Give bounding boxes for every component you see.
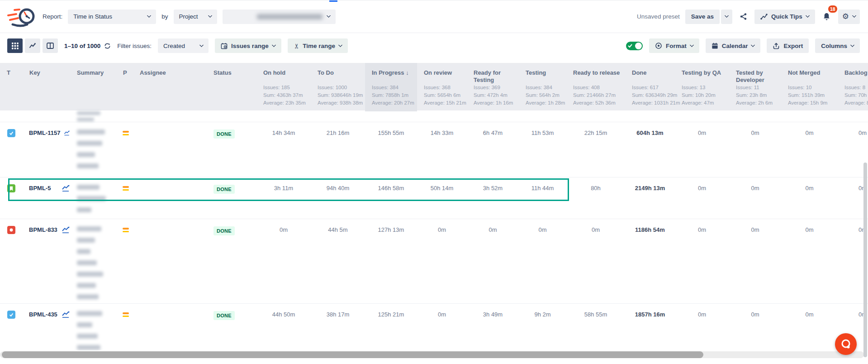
group-by-select[interactable]: Project <box>174 10 217 24</box>
calendar-label: Calendar <box>722 43 748 49</box>
scissors-icon: ✂ <box>293 43 299 49</box>
value-in-progress: 127h 13m <box>365 219 417 303</box>
table-row[interactable]: BPML-833 <box>0 219 868 304</box>
issue-chart-icon[interactable] <box>62 185 71 192</box>
column-header-to-do[interactable]: To Do Issues: 1000Sum: 938646h 19mAverag… <box>311 63 365 111</box>
issue-key[interactable]: BPML-833 <box>29 226 57 233</box>
summary-redacted-line <box>77 118 94 121</box>
value-testing: 11h 53m <box>519 122 566 177</box>
issue-type-cell <box>0 219 23 303</box>
summary-redacted-line <box>77 129 105 134</box>
bug-icon <box>7 226 15 234</box>
column-header-key[interactable]: Key <box>23 63 73 111</box>
gear-icon: ⚙ <box>842 13 849 20</box>
report-select[interactable]: Time in Status <box>68 10 156 24</box>
grid-view-button[interactable] <box>7 38 23 53</box>
column-header-assignee[interactable]: Assignee <box>135 63 207 111</box>
value-tested-by-developer: 0m <box>729 177 781 219</box>
chevron-down-icon <box>199 43 204 47</box>
column-header-summary[interactable]: Summary <box>73 63 116 111</box>
horizontal-scrollbar-track[interactable] <box>0 351 864 358</box>
issue-type-cell <box>0 122 23 177</box>
save-as-button[interactable]: Save as <box>685 10 720 24</box>
column-header-backlog[interactable]: Backlog Issues: 8Sum: 70h 4Average: 8 <box>838 63 868 111</box>
horizontal-scrollbar-thumb[interactable] <box>2 351 703 358</box>
value-ready-for-testing: 3h 52m <box>467 177 519 219</box>
value-not-merged: 0m <box>781 122 838 177</box>
bell-icon <box>822 12 831 21</box>
column-header-testing[interactable]: Testing Issues: 384Sum: 564h 2mAverage: … <box>519 63 566 111</box>
board-view-button[interactable] <box>43 38 58 53</box>
column-header-done[interactable]: Done Issues: 617Sum: 636349h 29mAverage:… <box>625 63 675 111</box>
summary-redacted-line <box>77 152 95 157</box>
value-done: 1186h 54m <box>625 219 675 303</box>
issue-chart-icon[interactable] <box>64 129 71 137</box>
format-button[interactable]: Format <box>649 38 699 53</box>
value-done: 2149h 13m <box>625 177 675 219</box>
preset-status-text: Unsaved preset <box>637 13 680 20</box>
column-header-tested-by-developer[interactable]: Tested by Developer Issues: 11Sum: 23h 8… <box>729 63 781 111</box>
filter-issues-value: Created <box>163 43 185 49</box>
issue-key[interactable]: BPML-5 <box>29 185 51 192</box>
column-header-type[interactable]: T <box>0 63 23 111</box>
notifications-button[interactable]: 18 <box>821 10 833 24</box>
share-button[interactable] <box>738 10 749 24</box>
time-range-button[interactable]: ✂ Time range <box>288 38 348 53</box>
table-row[interactable]: BPML-1157 DONE 14h <box>0 122 868 177</box>
time-in-status-app: Report: Time in Status by Project Unsave… <box>0 0 868 364</box>
assignee-cell[interactable] <box>135 177 207 219</box>
save-as-menu-button[interactable] <box>721 10 732 24</box>
auto-refresh-toggle[interactable] <box>626 42 643 50</box>
sort-desc-icon: ↓ <box>406 69 409 76</box>
refresh-icon[interactable] <box>104 43 111 49</box>
assignee-cell[interactable] <box>135 122 207 177</box>
chart-view-button[interactable] <box>25 38 40 53</box>
column-header-testing-by-qa[interactable]: Testing by QA Issues: 13Sum: 10h 20mAver… <box>675 63 729 111</box>
value-done: 604h 13m <box>625 122 675 177</box>
column-header-ready-to-release[interactable]: Ready to release Issues: 408Sum: 21466h … <box>566 63 625 111</box>
table-row[interactable]: BPML-435 DONE 44h <box>0 304 868 350</box>
column-header-priority[interactable]: P <box>116 63 135 111</box>
filter-issues-select[interactable]: Created <box>158 38 209 53</box>
value-testing-by-qa: 0m <box>675 177 729 219</box>
column-header-in-progress[interactable]: In Progress ↓ Issues: 384Sum: 7858h 1mAv… <box>365 63 417 111</box>
summary-cell <box>73 122 116 177</box>
value-on-hold: 3h 11m <box>256 177 311 219</box>
issue-key[interactable]: BPML-1157 <box>29 129 60 136</box>
column-header-on-hold[interactable]: On hold Issues: 185Sum: 4363h 37mAverage… <box>256 63 311 111</box>
summary-cell <box>73 304 116 350</box>
issues-range-label: Issues range <box>231 43 269 49</box>
column-header-ready-for-testing[interactable]: Ready for Testing Issues: 369Sum: 472h 4… <box>467 63 519 111</box>
column-header-on-review[interactable]: On review Issues: 368Sum: 5654h 6mAverag… <box>417 63 467 111</box>
summary-redacted-line <box>77 163 99 168</box>
columns-button[interactable]: Columns <box>815 38 860 53</box>
assignee-cell[interactable] <box>135 304 207 350</box>
value-ready-for-testing: 6h 47m <box>467 122 519 177</box>
export-button[interactable]: Export <box>767 38 809 53</box>
value-tested-by-developer: 0m <box>729 219 781 303</box>
calendar-button[interactable]: Calendar <box>706 38 761 53</box>
issue-chart-icon[interactable] <box>62 311 71 318</box>
column-header-not-merged[interactable]: Not Merged Issues: 10Sum: 151h 39mAverag… <box>781 63 838 111</box>
vertical-scrollbar-thumb[interactable] <box>863 163 867 357</box>
toolbar: 1–10 of 1000 Filter issues: Created <box>0 38 868 54</box>
project-select[interactable] <box>223 10 336 24</box>
issue-chart-icon[interactable] <box>62 226 71 234</box>
assignee-cell[interactable] <box>135 219 207 303</box>
summary-redacted-line <box>77 196 106 201</box>
column-header-status[interactable]: Status <box>207 63 256 111</box>
summary-redacted-line <box>77 322 92 327</box>
table-header: T Key Summary P Assignee Status On hold … <box>0 63 868 110</box>
help-button[interactable] <box>835 333 857 355</box>
task-icon <box>7 129 15 137</box>
chevron-down-icon <box>689 43 694 47</box>
value-ready-to-release: 80h <box>566 177 625 219</box>
issues-range-button[interactable]: Issues range <box>215 38 281 53</box>
value-ready-to-release: 22h 15m <box>566 122 625 177</box>
issue-key[interactable]: BPML-435 <box>29 311 57 318</box>
chevron-down-icon <box>725 14 729 18</box>
quick-tips-button[interactable]: Quick Tips <box>754 10 815 24</box>
settings-button[interactable]: ⚙ <box>838 10 860 24</box>
table-row-selected[interactable]: BPML-5 DONE 3h 11m 94 <box>0 177 868 219</box>
summary-redacted-line <box>77 238 95 243</box>
